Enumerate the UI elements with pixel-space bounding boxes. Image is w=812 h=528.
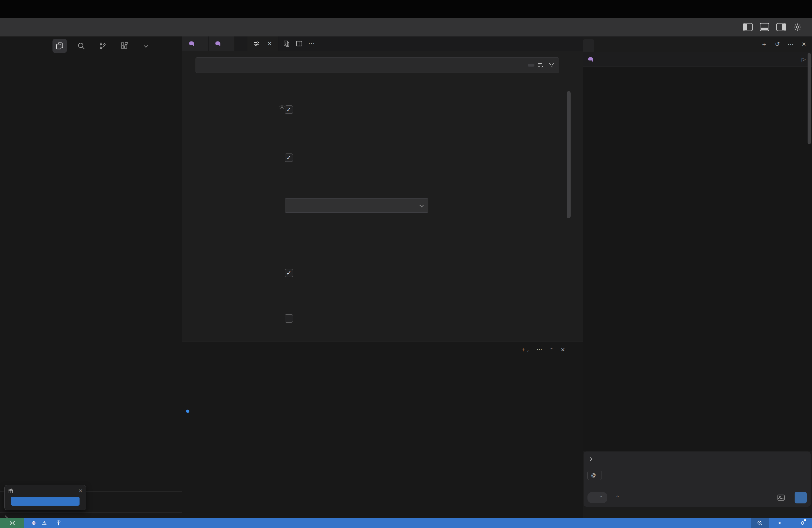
remote-indicator[interactable] (0, 518, 24, 528)
zoom-status-icon[interactable] (751, 518, 769, 528)
panel-close-icon[interactable]: ✕ (561, 347, 565, 353)
update-toast: ✕ (4, 485, 86, 510)
chat-more-icon[interactable]: ⋯ (787, 41, 794, 48)
warnings-icon: ⚠ (42, 520, 47, 526)
attach-image-icon[interactable] (778, 495, 785, 501)
errors-icon: ⊗ (31, 520, 36, 526)
agent-mode-selector[interactable]: ⌃ (588, 492, 607, 503)
new-chat-icon[interactable]: ＋ (761, 40, 767, 48)
settings-search-input[interactable] (196, 62, 528, 69)
checkbox-checked[interactable]: ✓ (285, 269, 293, 277)
tab-migration-file[interactable] (208, 36, 235, 51)
explorer-files-icon[interactable] (53, 39, 67, 53)
chat-close-icon[interactable]: ✕ (801, 41, 806, 47)
gift-icon (8, 488, 14, 494)
chat-code-lines[interactable] (583, 67, 812, 70)
radio-tower-icon (56, 520, 62, 526)
extensions-icon[interactable] (117, 39, 131, 53)
checkbox-checked[interactable]: ✓ (285, 153, 293, 162)
model-selector[interactable]: ⌃ (613, 495, 620, 501)
send-button[interactable] (795, 492, 807, 503)
close-tab-icon[interactable]: ✕ (267, 40, 272, 47)
checkbox-checked[interactable]: ✓ (285, 105, 293, 114)
add-context-chip[interactable]: @ (588, 471, 602, 480)
views-chevron-down-icon[interactable] (139, 39, 153, 53)
checkbox-unchecked[interactable] (285, 314, 293, 323)
notifications-bell-icon[interactable] (800, 520, 806, 526)
panel-more-icon[interactable]: ⋯ (537, 346, 542, 353)
toggle-panel-icon[interactable] (759, 22, 769, 32)
more-actions-icon[interactable]: ⋯ (308, 40, 315, 47)
settings-scrollbar[interactable] (567, 91, 570, 218)
setting-js-inlay-suppress-when-argument-matches[interactable]: ✓ (285, 265, 561, 277)
chat-tab[interactable] (583, 39, 594, 52)
source-control-icon[interactable] (96, 39, 110, 53)
open-changes-icon[interactable] (283, 40, 290, 47)
terminal-output[interactable]: ● ○ (186, 358, 470, 509)
settings-editor: ✓ ✓ ✓ (182, 51, 583, 342)
history-icon[interactable]: ↺ (775, 41, 780, 47)
chat-composer: @ ⌃ ⌃ (584, 452, 811, 507)
chat-code-block: ▷ (583, 52, 812, 451)
toggle-right-sidebar-icon[interactable] (776, 22, 786, 32)
statusbar: ⊗ ⚠ (0, 518, 812, 528)
update-now-button[interactable] (11, 497, 79, 505)
broadcast-icon (777, 520, 782, 526)
tab-productcontroller[interactable] (182, 36, 208, 51)
setting-js-inlay-parameter-types-enabled[interactable] (285, 310, 561, 323)
titlebar (0, 18, 812, 36)
bottom-panel: ＋⌄ ⋯ ⌃ ✕ ● ○ (182, 342, 583, 518)
go-live-button[interactable] (777, 520, 784, 526)
chevron-down-icon (420, 203, 424, 207)
terminal-decorations (471, 358, 474, 509)
param-names-dropdown[interactable] (285, 198, 429, 212)
settings-gear-icon[interactable] (793, 22, 802, 32)
tab-settings[interactable]: ✕ (247, 36, 278, 51)
panel-maximize-icon[interactable]: ⌃ (550, 347, 553, 353)
explorer-sidebar: ✕ (0, 36, 182, 518)
chat-panel: ＋ ↺ ⋯ ✕ ▷ @ ⌃ (583, 36, 812, 518)
toggle-left-sidebar-icon[interactable] (743, 22, 753, 32)
file-tree (0, 83, 182, 481)
split-editor-icon[interactable] (295, 40, 303, 47)
results-count-badge (528, 64, 534, 67)
toast-close-icon[interactable]: ✕ (78, 488, 83, 494)
clear-filters-icon[interactable] (537, 62, 545, 69)
settings-search-box (195, 57, 559, 73)
ports-status[interactable] (56, 520, 63, 526)
settings-sliders-icon (253, 41, 260, 47)
php-icon (188, 40, 197, 47)
chat-footer (803, 510, 808, 516)
php-icon (588, 56, 596, 63)
filter-funnel-icon[interactable] (548, 62, 555, 69)
php-icon (215, 40, 223, 47)
setting-intelephense-trigger-parameter-hints[interactable]: ✓ (285, 149, 561, 162)
window-top-strip (0, 0, 812, 18)
new-terminal-icon[interactable]: ＋⌄ (520, 346, 530, 353)
problems-status[interactable]: ⊗ ⚠ (31, 520, 48, 526)
search-icon[interactable] (74, 39, 88, 53)
editor-tabstrip: ✕ ⋯ (182, 36, 583, 51)
setting-js-inlay-parameter-names-enabled[interactable] (285, 186, 561, 212)
setting-editor-parameter-hints-cycle[interactable]: ✓ (285, 101, 561, 114)
apply-button[interactable]: ▷ (801, 56, 808, 62)
selected-setting-outline (386, 97, 583, 142)
chat-code-scrollbar[interactable] (808, 53, 811, 144)
expand-edits-chevron[interactable] (588, 457, 592, 461)
